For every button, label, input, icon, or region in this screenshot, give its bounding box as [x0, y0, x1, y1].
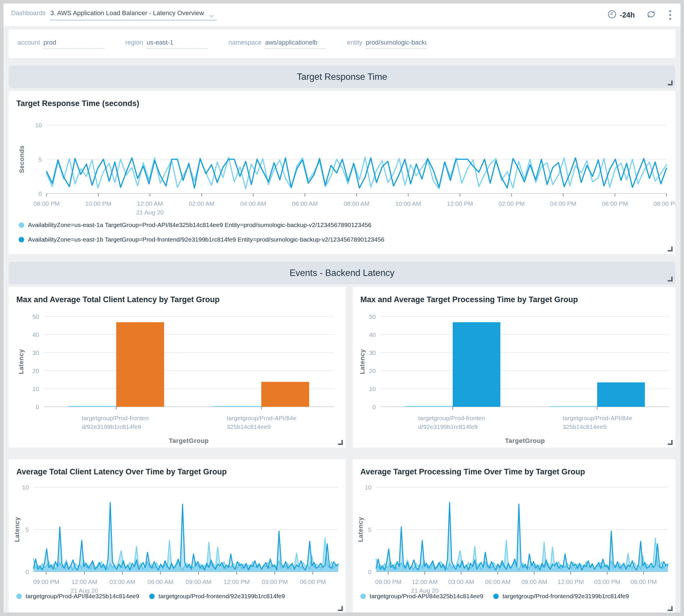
svg-text:50: 50 [32, 313, 39, 320]
svg-text:Latency: Latency [357, 516, 364, 542]
svg-text:40: 40 [32, 331, 39, 338]
svg-text:12:00 AM: 12:00 AM [137, 200, 163, 207]
svg-text:03:00 AM: 03:00 AM [110, 578, 135, 585]
target-response-time-chart[interactable]: 0510Seconds08:00 PM10:00 PM12:00 AM21 Au… [9, 111, 675, 223]
legend-item[interactable]: targetgroup/Prod-frontend/92e3199b1rc814… [493, 593, 629, 600]
section-header-events-backend-latency: Events - Backend Latency [9, 262, 675, 284]
svg-text:08:00 AM: 08:00 AM [344, 200, 370, 207]
resize-corner-icon[interactable] [338, 606, 343, 611]
svg-text:targetgroup/Prod-API/84e: targetgroup/Prod-API/84e [563, 415, 632, 421]
filter-bar: account prod region us-east-1 namespace … [9, 29, 675, 58]
legend-item[interactable]: AvailabilityZone=us-east-1b TargetGroup=… [19, 236, 384, 243]
svg-text:0: 0 [36, 403, 39, 410]
filter-region-label: region [125, 39, 143, 46]
kebab-menu-icon[interactable] [667, 8, 673, 22]
filter-entity: entity prod/sumologic-backup [347, 39, 427, 49]
svg-text:targetgroup/Prod-fronten: targetgroup/Prod-fronten [418, 415, 485, 421]
breadcrumb-dashboards[interactable]: Dashboards [11, 9, 46, 17]
filter-namespace: namespace aws/applicationelb [228, 39, 326, 49]
panel-avg-target-processing-over-time: Average Target Processing Time Over Time… [353, 459, 675, 613]
legend-item[interactable]: targetgroup/Prod-API/84e325b14c814ee9 [16, 593, 139, 600]
svg-text:0: 0 [372, 403, 376, 410]
legend-label: targetgroup/Prod-API/84e325b14c814ee9 [26, 593, 139, 600]
svg-text:Seconds: Seconds [18, 146, 25, 173]
resize-corner-icon[interactable] [668, 81, 672, 85]
time-series-row: Average Total Client Latency Over Time b… [9, 456, 675, 613]
svg-text:06:00 AM: 06:00 AM [292, 200, 318, 207]
svg-text:d/92e3199b1rc814fe9: d/92e3199b1rc814fe9 [82, 423, 141, 430]
dashboard-title-dropdown[interactable]: 3. AWS Application Load Balancer - Laten… [50, 9, 217, 20]
section-title: Events - Backend Latency [290, 268, 394, 278]
top-bar-actions: -24h [608, 8, 673, 22]
filter-region: region us-east-1 [125, 39, 207, 49]
svg-text:0: 0 [368, 569, 371, 575]
svg-text:06:00 PM: 06:00 PM [631, 578, 657, 585]
legend-label: targetgroup/Prod-frontend/92e3199b1rc814… [502, 593, 629, 600]
svg-text:30: 30 [369, 349, 376, 356]
series-color-dot [19, 237, 24, 242]
svg-text:targetgroup/Prod-API/84e: targetgroup/Prod-API/84e [227, 415, 296, 421]
svg-text:10:00 PM: 10:00 PM [85, 200, 111, 207]
svg-text:12:00 PM: 12:00 PM [557, 578, 584, 585]
dashboard-content: account prod region us-east-1 namespace … [3, 29, 681, 613]
resize-corner-icon[interactable] [668, 606, 672, 611]
panel-max-avg-client-latency: Max and Average Total Client Latency by … [9, 287, 345, 447]
svg-text:03:00 PM: 03:00 PM [594, 578, 620, 585]
svg-text:10: 10 [369, 386, 376, 392]
svg-text:12:00 PM: 12:00 PM [447, 200, 473, 207]
resize-corner-icon[interactable] [668, 246, 672, 251]
client-latency-bar-chart[interactable]: 01020304050Latencytargetgroup/Prod-front… [9, 307, 345, 445]
chart-legend: AvailabilityZone=us-east-1a TargetGroup=… [19, 221, 384, 243]
filter-region-input[interactable]: us-east-1 [146, 39, 207, 49]
chart-legend: targetgroup/Prod-API/84e325b14c814ee9 ta… [360, 593, 629, 600]
clock-icon [608, 10, 616, 20]
section-title: Target Response Time [297, 72, 387, 82]
svg-text:06:00 AM: 06:00 AM [148, 578, 174, 585]
top-bar: Dashboards 3. AWS Application Load Balan… [3, 3, 681, 26]
svg-text:12:00 AM: 12:00 AM [71, 578, 97, 585]
svg-text:08:00 PM: 08:00 PM [654, 200, 675, 207]
target-processing-bar-chart[interactable]: 01020304050Latencytargetgroup/Prod-front… [353, 307, 675, 445]
resize-corner-icon[interactable] [338, 440, 343, 445]
filter-account-input[interactable]: prod [43, 39, 104, 49]
section-header-target-response-time: Target Response Time [9, 66, 675, 88]
legend-label: targetgroup/Prod-API/84e325b14c814ee9 [370, 593, 483, 600]
svg-text:TargetGroup: TargetGroup [505, 437, 545, 444]
legend-item[interactable]: targetgroup/Prod-frontend/92e3199b1rc814… [149, 593, 285, 600]
svg-text:Latency: Latency [359, 349, 366, 374]
client-latency-time-chart[interactable]: 0510Latency09:00 PM12:00 AM21 Aug 2003:0… [9, 480, 345, 597]
page-frame: Dashboards 3. AWS Application Load Balan… [3, 3, 681, 613]
dashboard-title: 3. AWS Application Load Balancer - Laten… [50, 9, 204, 17]
svg-text:Latency: Latency [18, 349, 25, 374]
filter-namespace-label: namespace [228, 39, 261, 46]
filter-account: account prod [18, 39, 104, 49]
svg-text:09:00 AM: 09:00 AM [521, 578, 547, 585]
svg-text:02:00 AM: 02:00 AM [189, 200, 215, 207]
svg-text:10: 10 [365, 484, 371, 491]
filter-entity-input[interactable]: prod/sumologic-backup [366, 39, 427, 49]
svg-text:04:00 AM: 04:00 AM [240, 200, 266, 207]
time-range-picker[interactable]: -24h [608, 10, 635, 20]
legend-item[interactable]: AvailabilityZone=us-east-1a TargetGroup=… [19, 221, 384, 228]
refresh-button[interactable] [646, 9, 656, 20]
svg-text:12:00 PM: 12:00 PM [224, 578, 250, 585]
chevron-down-icon [209, 12, 214, 19]
svg-text:10: 10 [32, 386, 39, 392]
series-color-dot [493, 594, 499, 599]
chart-legend: targetgroup/Prod-API/84e325b14c814ee9 ta… [16, 593, 285, 600]
svg-text:5: 5 [25, 526, 29, 533]
svg-text:06:00 AM: 06:00 AM [485, 578, 511, 585]
panel-target-response-time: Target Response Time (seconds) 0510Secon… [9, 91, 675, 254]
svg-text:06:00 PM: 06:00 PM [602, 200, 628, 207]
resize-corner-icon[interactable] [668, 277, 672, 282]
filter-namespace-input[interactable]: aws/applicationelb [265, 39, 326, 49]
legend-item[interactable]: targetgroup/Prod-API/84e325b14c814ee9 [360, 593, 483, 600]
legend-label: AvailabilityZone=us-east-1a TargetGroup=… [28, 221, 371, 228]
svg-text:5: 5 [368, 526, 371, 533]
target-processing-time-chart[interactable]: 0510Latency09:00 PM12:00 AM21 Aug 2003:0… [353, 480, 675, 597]
panel-title: Average Total Client Latency Over Time b… [16, 467, 227, 477]
resize-corner-icon[interactable] [668, 440, 672, 445]
svg-text:04:00 PM: 04:00 PM [550, 200, 576, 207]
filter-account-label: account [18, 39, 40, 46]
filter-entity-label: entity [347, 39, 362, 46]
